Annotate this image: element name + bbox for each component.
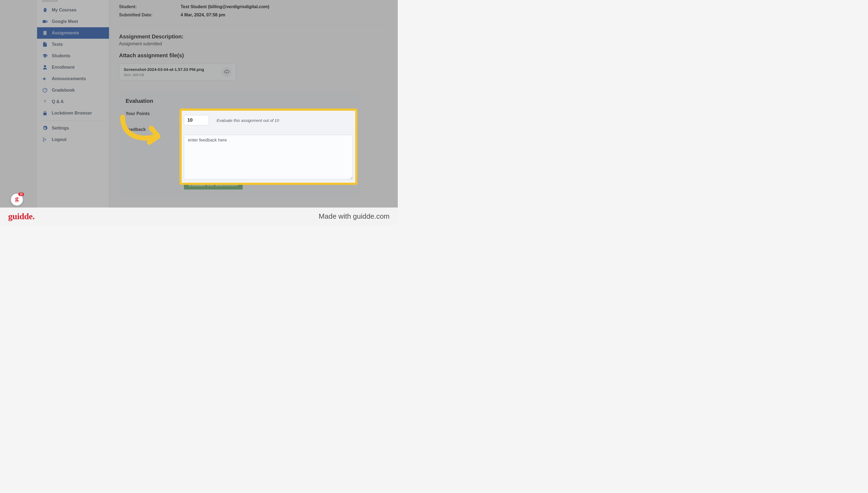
feedback-label: Feedback <box>125 125 184 132</box>
document-icon <box>42 41 48 47</box>
description-text: Assignment submitted <box>119 41 388 46</box>
download-button[interactable] <box>222 67 232 77</box>
logout-icon <box>42 136 48 143</box>
student-row: Student: Test Student (billing@verdigris… <box>119 3 388 11</box>
highlight-callout: Evaluate this assignment out of 10 <box>180 109 358 185</box>
sidebar: Instructor My Courses Google Meet Assign… <box>37 0 109 210</box>
student-label: Student: <box>119 4 181 9</box>
gear-icon <box>42 125 48 131</box>
sidebar-item-google-meet[interactable]: Google Meet <box>37 16 109 27</box>
sidebar-item-label: Students <box>52 53 70 58</box>
sidebar-item-label: Q & A <box>52 99 64 104</box>
guidde-badge-logo: g <box>15 194 19 202</box>
sidebar-item-label: Enrollment <box>52 65 75 70</box>
sidebar-item-assignments[interactable]: Assignments <box>37 27 109 39</box>
sidebar-item-students[interactable]: Students <box>37 50 109 62</box>
sidebar-item-label: Lockdown Browser <box>52 111 92 115</box>
sidebar-item-enrollment[interactable]: Enrollment <box>37 62 109 73</box>
sidebar-item-gradebook[interactable]: Gradebook <box>37 85 109 96</box>
sidebar-item-qa[interactable]: Q & A <box>37 96 109 107</box>
clipboard-icon <box>42 30 48 36</box>
feedback-textarea-highlight[interactable] <box>184 135 353 179</box>
sidebar-item-label: Tests <box>52 42 63 47</box>
description-heading: Assignment Description: <box>119 34 388 40</box>
sidebar-item-logout[interactable]: Logout <box>37 134 109 145</box>
sidebar-item-label: Gradebook <box>52 88 75 93</box>
date-value: 4 Mar, 2024, 07:58 pm <box>181 13 225 18</box>
sidebar-item-label: Logout <box>52 137 67 142</box>
points-label: Your Points <box>125 109 184 116</box>
attach-heading: Attach assignment file(s) <box>119 52 388 59</box>
sidebar-item-settings[interactable]: Settings <box>37 123 109 134</box>
guidde-badge-count: 15 <box>18 193 24 196</box>
guidde-logo: guidde. <box>8 211 35 221</box>
evaluation-heading: Evaluation <box>125 98 353 104</box>
guidde-badge[interactable]: g 15 <box>11 194 23 206</box>
video-icon <box>42 19 48 24</box>
divider <box>119 26 388 26</box>
attachment-filename: Screenshot-2024-03-04-at-1.57.53 PM.png <box>124 67 204 72</box>
cloud-download-icon <box>224 69 229 75</box>
sidebar-item-tests[interactable]: Tests <box>37 39 109 50</box>
graduation-cap-icon <box>42 53 48 59</box>
footer-bar: guidde. Made with guidde.com <box>0 208 398 225</box>
points-hint-highlight: Evaluate this assignment out of 10 <box>216 118 279 123</box>
megaphone-icon <box>42 76 48 82</box>
sidebar-item-label: Settings <box>52 126 69 131</box>
question-icon <box>42 99 48 105</box>
sidebar-item-lockdown[interactable]: Lockdown Browser <box>37 107 109 119</box>
sidebar-item-label: Google Meet <box>52 19 78 24</box>
sidebar-item-label: Assignments <box>52 30 79 36</box>
lock-icon <box>42 110 48 116</box>
sidebar-section-label: Instructor <box>37 0 109 4</box>
sidebar-item-label: Announcements <box>52 76 86 81</box>
made-with-text: Made with guidde.com <box>319 212 390 220</box>
student-value: Test Student (billing@verdigrisdigital.c… <box>181 4 270 9</box>
sidebar-divider <box>41 121 105 121</box>
sidebar-item-label: My Courses <box>52 8 76 13</box>
sidebar-item-my-courses[interactable]: My Courses <box>37 4 109 16</box>
attachment-card: Screenshot-2024-03-04-at-1.57.53 PM.png … <box>119 64 236 81</box>
date-row: Submitted Date: 4 Mar, 2024, 07:58 pm <box>119 11 388 19</box>
date-label: Submitted Date: <box>119 13 181 18</box>
user-icon <box>42 64 48 70</box>
points-input-highlight[interactable] <box>184 115 209 125</box>
gauge-icon <box>42 87 48 93</box>
rocket-icon <box>42 7 48 13</box>
attachment-size: Size: 488 KB <box>124 73 204 77</box>
sidebar-item-announcements[interactable]: Announcements <box>37 73 109 85</box>
